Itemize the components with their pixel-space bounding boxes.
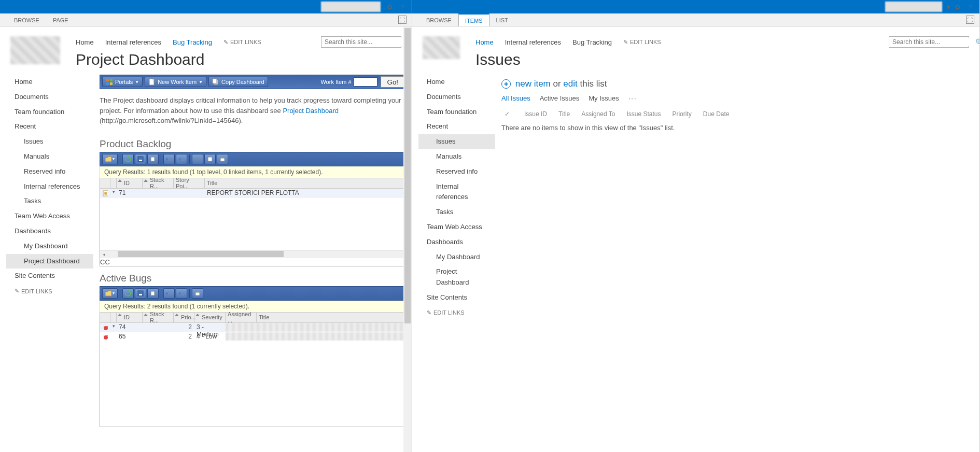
outdent-button[interactable] [163, 288, 175, 299]
search-input[interactable] [889, 38, 973, 46]
save-button[interactable] [135, 154, 146, 164]
outdent-button[interactable] [163, 154, 175, 164]
view-active-issues[interactable]: Active Issues [540, 94, 580, 102]
sidenav-issues[interactable]: Issues [6, 134, 93, 149]
new-linked-button[interactable] [204, 154, 216, 164]
edit-links-top[interactable]: ✎ EDIT LINKS [623, 39, 661, 46]
search-box[interactable]: 🔍 [321, 36, 401, 48]
chevron-down-icon[interactable]: ▾ [110, 323, 117, 332]
sidenav-project-dashboard[interactable]: Project Dashboard [418, 264, 495, 290]
col-assigned-to[interactable]: Assigned To [581, 110, 615, 118]
view-my-issues[interactable]: My Issues [589, 94, 619, 102]
gear-icon[interactable]: ⚙ [384, 3, 396, 11]
sidenav-manuals[interactable]: Manuals [6, 149, 93, 164]
go-button[interactable]: Go! [381, 76, 405, 88]
sidenav-documents[interactable]: Documents [418, 90, 495, 105]
sidenav-home[interactable]: Home [418, 75, 495, 90]
col-id[interactable]: ID [117, 178, 143, 188]
copy-button[interactable] [147, 154, 159, 164]
col-severity[interactable]: Severity [194, 313, 226, 322]
scroll-left-icon[interactable]: ◂ [100, 251, 107, 257]
sidenav-tasks[interactable]: Tasks [6, 194, 93, 209]
sidenav-dashboards[interactable]: Dashboards [418, 235, 495, 250]
nav-internal-references[interactable]: Internal references [105, 38, 161, 46]
check-icon[interactable]: ✓ [505, 110, 513, 118]
col-issue-status[interactable]: Issue Status [626, 110, 661, 118]
help-icon[interactable]: ? [396, 3, 409, 11]
portals-button[interactable]: Portals ▼ [102, 77, 143, 87]
col-issue-id[interactable]: Issue ID [524, 110, 547, 118]
col-id[interactable]: ID [117, 313, 143, 322]
col-title[interactable]: Title [558, 110, 570, 118]
table-row[interactable]: 65 2 4 - Low [100, 332, 407, 342]
ribbon-tab-items[interactable]: ITEMS [458, 13, 489, 26]
indent-button[interactable] [176, 154, 187, 164]
refresh-button[interactable] [122, 288, 134, 299]
sidenav-manuals[interactable]: Manuals [418, 149, 495, 164]
sidenav-recent[interactable]: Recent [6, 119, 93, 134]
col-stack[interactable]: Stack R... [143, 178, 174, 188]
focus-content-icon[interactable]: ⛶ [398, 16, 407, 24]
col-stack[interactable]: Stack R... [143, 313, 174, 322]
col-due-date[interactable]: Due Date [703, 110, 730, 118]
col-prio[interactable]: Prio... [174, 313, 194, 322]
horizontal-scrollbar[interactable]: ◂ [100, 250, 407, 258]
nav-bug-tracking[interactable]: Bug Tracking [572, 38, 612, 46]
edit-links-sidenav[interactable]: ✎ EDIT LINKS [6, 284, 93, 294]
sidenav-home[interactable]: Home [6, 75, 93, 90]
link-button[interactable] [192, 154, 203, 164]
new-item-link[interactable]: new item [515, 79, 551, 89]
chevron-down-icon[interactable]: ▾ [110, 189, 117, 198]
sidenav-recent[interactable]: Recent [418, 119, 495, 134]
view-all-issues[interactable]: All Issues [501, 94, 530, 102]
col-priority[interactable]: Priority [672, 110, 691, 118]
search-box[interactable]: 🔍 [889, 36, 969, 48]
table-row[interactable]: ▾ 71 REPORT STORICI PER FLOTTA [100, 189, 407, 198]
sidenav-issues[interactable]: Issues [418, 134, 495, 149]
plus-icon[interactable]: + [501, 79, 511, 89]
ribbon-tab-browse[interactable]: BROWSE [7, 13, 46, 26]
nav-home[interactable]: Home [76, 38, 94, 46]
ribbon-tab-page[interactable]: PAGE [46, 13, 75, 26]
save-button[interactable] [135, 288, 146, 299]
edit-list-link[interactable]: edit [563, 79, 577, 89]
vertical-scrollbar[interactable] [403, 27, 412, 452]
new-work-item-button[interactable]: New Work Item ▼ [145, 77, 206, 87]
help-icon[interactable]: ? [964, 3, 976, 11]
sidenav-documents[interactable]: Documents [6, 90, 93, 105]
table-row[interactable]: ▾ 74 2 3 - Medium [100, 323, 407, 332]
gear-icon[interactable]: ⚙ [951, 3, 964, 11]
open-button[interactable]: ▼ [102, 154, 118, 164]
col-title[interactable]: Title [257, 313, 407, 322]
sidenav-site-contents[interactable]: Site Contents [6, 269, 93, 284]
sidenav-reserved-info[interactable]: Reserved info [6, 164, 93, 179]
refresh-button[interactable] [122, 154, 134, 164]
sidenav-site-contents[interactable]: Site Contents [418, 290, 495, 305]
edit-links-top[interactable]: ✎ EDIT LINKS [223, 39, 261, 46]
sidenav-project-dashboard[interactable]: Project Dashboard [6, 254, 93, 269]
search-icon[interactable]: 🔍 [973, 38, 980, 46]
expand-icon[interactable] [110, 332, 117, 342]
focus-content-icon[interactable]: ⛶ [966, 16, 974, 24]
scrollbar-thumb[interactable] [404, 28, 411, 323]
sidenav-tasks[interactable]: Tasks [418, 205, 495, 220]
nav-internal-references[interactable]: Internal references [505, 38, 561, 46]
col-story[interactable]: Story Poi... [174, 178, 205, 188]
sidenav-dashboards[interactable]: Dashboards [6, 224, 93, 239]
col-title[interactable]: Title [205, 178, 407, 188]
ribbon-tab-browse[interactable]: BROWSE [419, 13, 458, 26]
export-button[interactable] [192, 288, 203, 299]
scrollbar-thumb[interactable] [118, 251, 284, 257]
sidenav-team-foundation[interactable]: Team foundation [418, 105, 495, 120]
nav-home[interactable]: Home [475, 38, 494, 46]
ribbon-tab-list[interactable]: LIST [489, 13, 515, 26]
export-button[interactable] [217, 154, 228, 164]
sidenav-reserved-info[interactable]: Reserved info [418, 164, 495, 179]
sidenav-internal-references[interactable]: Internal references [6, 179, 93, 194]
search-input[interactable] [321, 38, 405, 46]
sidenav-internal-references[interactable]: Internal references [418, 179, 495, 205]
project-dashboard-link[interactable]: Project Dashboard [283, 107, 339, 115]
nav-bug-tracking[interactable]: Bug Tracking [173, 38, 212, 46]
chevron-down-icon[interactable]: ▾ [945, 3, 951, 11]
sidenav-team-web-access[interactable]: Team Web Access [418, 220, 495, 235]
